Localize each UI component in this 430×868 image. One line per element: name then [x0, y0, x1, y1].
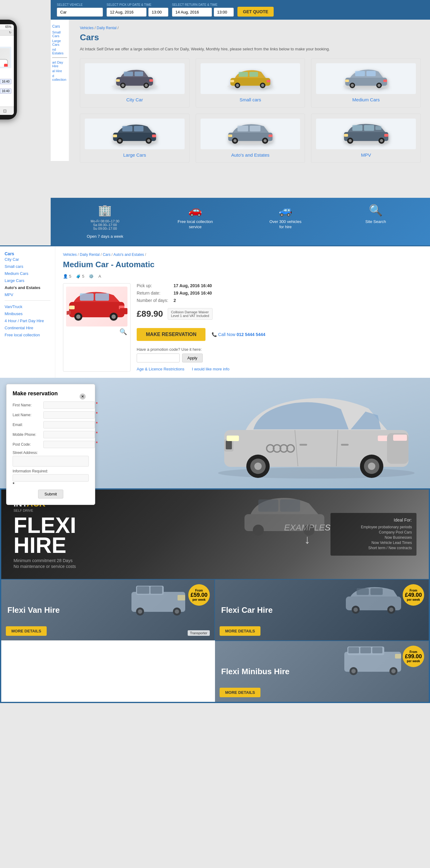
breadcrumb-vehicles[interactable]: Vehicles [80, 26, 94, 30]
pickup-label: SELECT PICK UP DATE & TIME [106, 3, 168, 6]
pickup-date-input[interactable] [106, 8, 147, 17]
sidebar-small-cars[interactable]: Small Cars [52, 30, 67, 38]
info-required-star: * [12, 482, 89, 487]
detail-bc-autos[interactable]: Auto's and Estates [113, 252, 144, 257]
feature-site-search[interactable]: 🔍 Site Search [357, 204, 394, 239]
return-time-input[interactable] [214, 8, 234, 17]
email-required: * [96, 421, 98, 427]
no-maintenance-text: No maintenance or service costs [13, 564, 76, 569]
car-more-details-button[interactable]: MORE DETAILS [220, 626, 260, 636]
submit-button[interactable]: Submit [38, 490, 63, 498]
sidebar-small-cars[interactable]: Small cars [5, 264, 23, 269]
vehicle-card-autos-estates[interactable]: Auto's and Estates [196, 114, 305, 163]
large-cars-link[interactable]: Large Cars [123, 152, 146, 158]
sidebar-cars-partial[interactable]: Cars [52, 24, 67, 29]
svg-rect-43 [134, 126, 144, 131]
pickup-info-value: 17 Aug, 2016 16:40 [174, 283, 212, 288]
sidebar-large-cars[interactable]: Large Cars [52, 39, 67, 46]
sidebar-4hour-hire[interactable]: 4 Hour / Part Day Hire [5, 318, 44, 323]
phone-price: £249.90 [0, 70, 11, 75]
sidebar: Cars City Car Small cars Medium Cars Lar… [0, 246, 55, 378]
vehicle-card-city-car[interactable]: City Car [80, 58, 189, 107]
sidebar-minibuses[interactable]: Minibuses [5, 311, 23, 316]
svg-rect-63 [364, 125, 374, 131]
mobile-input[interactable] [43, 431, 95, 438]
sidebar-al-hire[interactable]: al Hire [52, 69, 67, 73]
svg-rect-64 [375, 126, 381, 130]
make-reservation-button[interactable]: MAKE RESERVATION [137, 328, 206, 341]
breadcrumb-daily-rental[interactable]: Daily Rental [97, 26, 117, 30]
free-collection-text: Free local collection service [177, 219, 214, 230]
autos-estates-link[interactable]: Auto's and Estates [231, 152, 270, 158]
sidebar-cars-title[interactable]: Cars [5, 251, 14, 256]
postcode-input[interactable] [43, 441, 95, 448]
commitment-text: Minimum commitment 28 Days [13, 558, 76, 563]
promo-input[interactable] [137, 353, 180, 363]
sidebar-autos-estates[interactable]: Auto's and Estates [5, 285, 40, 290]
svg-rect-119 [370, 588, 383, 595]
minibus-more-details-button[interactable]: MORE DETAILS [220, 688, 260, 697]
sidebar-van-truck[interactable]: Van/Truck [5, 304, 23, 309]
detail-title: Medium Car - Automatic [63, 260, 422, 269]
zoom-icon[interactable]: 🔍 [120, 328, 127, 335]
features-bar: 🏢 Mo-Fr 08:00–17:30Sa 08:30–17:00Su 09:0… [51, 198, 430, 245]
sidebar-part-day[interactable]: art Day Hire [52, 61, 67, 68]
flexi-minibus-price-badge: From £99.00 per week [403, 646, 424, 667]
apply-button[interactable]: Apply [182, 353, 203, 363]
svg-point-27 [261, 84, 264, 87]
svg-rect-72 [80, 293, 94, 301]
vehicle-card-mpv[interactable]: MPV [311, 114, 421, 163]
svg-rect-12 [124, 71, 133, 76]
email-input[interactable] [43, 421, 95, 429]
svg-rect-32 [355, 71, 365, 76]
vehicle-input[interactable] [57, 8, 103, 17]
return-time-val: 16:40 [0, 89, 11, 94]
call-number[interactable]: 012 5444 5444 [237, 332, 265, 337]
small-cars-link[interactable]: Small cars [240, 97, 261, 102]
detail-bc-daily[interactable]: Daily Rental [80, 252, 100, 257]
svg-rect-133 [395, 654, 401, 658]
form-close-button[interactable]: ✕ [80, 394, 86, 400]
flexi-car-price-badge: From £49.00 per week [403, 584, 424, 606]
van-vehicle-label: Transporter [188, 630, 210, 636]
city-car-link[interactable]: City Car [126, 97, 143, 102]
vehicle-card-small-cars[interactable]: Small cars [196, 58, 305, 107]
sidebar-large-cars[interactable]: Large Cars [5, 278, 24, 283]
page-description: At Intack Self Drive we offer a large se… [80, 46, 421, 52]
sidebar-continental[interactable]: Continental Hire [5, 326, 33, 330]
sidebar-city-car[interactable]: City Car [5, 257, 19, 262]
return-row: Return date: 19 Aug, 2016 16:40 [137, 290, 422, 296]
pickup-time-input[interactable] [148, 8, 168, 17]
age-restriction-link[interactable]: Age & Licence Restrictions [137, 367, 184, 371]
open7-text: Open 7 days a week [87, 234, 123, 239]
sidebar-free-collection[interactable]: Free local collection [5, 333, 40, 337]
vehicle-card-large-cars[interactable]: Large Cars [80, 114, 189, 163]
more-info-link[interactable]: I would like more info [192, 367, 229, 371]
last-name-input[interactable] [43, 411, 95, 418]
sidebar-medium-cars[interactable]: Medium Cars [5, 271, 28, 276]
info-required-input[interactable] [12, 474, 89, 482]
detail-bc-cars[interactable]: Cars [102, 252, 110, 257]
sidebar-collection[interactable]: d collection [52, 74, 67, 82]
flexi-car-card: Flexi Car Hire From £49.00 per week [215, 579, 429, 641]
detail-bc-vehicles[interactable]: Vehicles [63, 252, 77, 257]
svg-rect-53 [250, 126, 260, 131]
mpv-link[interactable]: MPV [361, 152, 371, 158]
svg-rect-84 [226, 441, 232, 450]
get-quote-button[interactable]: GET QUOTE [238, 7, 274, 17]
sidebar-estates-partial[interactable]: nd Estates [52, 48, 67, 55]
medium-cars-link[interactable]: Medium Cars [352, 97, 380, 102]
pickup-time-val: 16:40 [0, 79, 11, 84]
return-date-input[interactable] [172, 8, 212, 17]
small-car-image [206, 66, 295, 91]
sidebar-mpv[interactable]: MPV [5, 292, 13, 297]
vehicle-card-medium-cars[interactable]: Medium Cars [311, 58, 421, 107]
street-input[interactable] [12, 456, 89, 467]
phone-tabs-icon[interactable]: ⊡ [3, 108, 7, 113]
detail-wrapper: Cars City Car Small cars Medium Cars Lar… [0, 245, 430, 378]
svg-rect-39 [383, 80, 387, 82]
van-more-details-button[interactable]: MORE DETAILS [6, 626, 47, 636]
first-name-input[interactable] [43, 401, 95, 409]
autos-estates-image [206, 122, 295, 146]
ideal-item-2: Now Businesses [335, 535, 412, 540]
